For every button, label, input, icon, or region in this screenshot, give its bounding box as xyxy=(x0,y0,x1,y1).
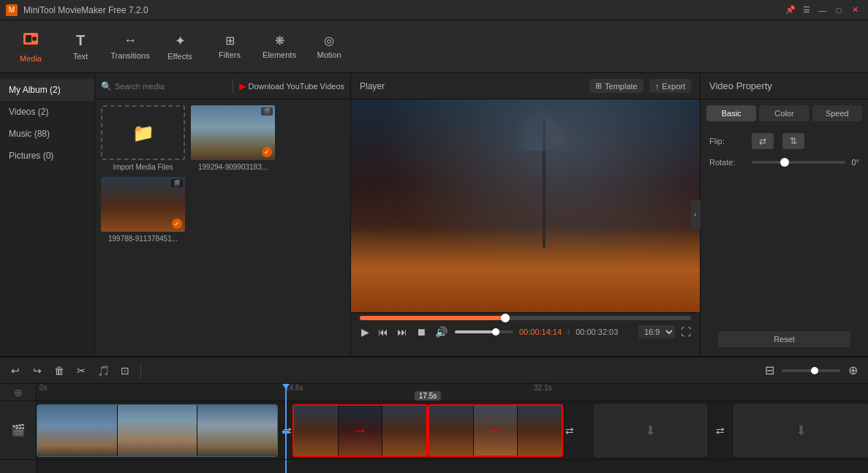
menu-button[interactable]: ☰ xyxy=(799,3,814,18)
rotate-slider[interactable] xyxy=(752,161,845,164)
zoom-slider[interactable] xyxy=(782,369,840,372)
zoom-control: ⊟ ⊕ xyxy=(760,361,862,380)
search-input[interactable] xyxy=(115,82,227,91)
rotate-value: 0° xyxy=(851,158,859,167)
toolbar-effects[interactable]: ✦ Effects xyxy=(155,25,205,69)
clip-resize-right[interactable]: ⇄ xyxy=(564,404,575,457)
video-badge2: 🎬 xyxy=(171,179,183,187)
time-separator: / xyxy=(567,328,570,336)
volume-thumb[interactable] xyxy=(492,328,499,336)
aspect-ratio-select[interactable]: 16:9 9:16 1:1 4:3 xyxy=(638,325,675,338)
main-toolbar: Media T Text ↔ Transitions ✦ Effects ⊞ F… xyxy=(0,20,868,73)
speed-clip[interactable]: → ← 17.5s xyxy=(293,404,563,457)
stop-button[interactable]: ⏹ xyxy=(415,325,428,339)
filters-icon: ⊞ xyxy=(225,34,235,48)
titlebar: M MiniTool MovieMaker Free 7.2.0 📌 ☰ — □… xyxy=(0,0,868,20)
redo-button[interactable]: ↪ xyxy=(28,361,47,380)
flip-row: Flip: ⇄ ⇅ xyxy=(709,133,859,149)
speed-label: 17.5s xyxy=(415,391,441,401)
tab-basic[interactable]: Basic xyxy=(706,105,756,121)
total-time: 00:00:32:03 xyxy=(575,328,618,336)
toolbar-media[interactable]: Media xyxy=(6,25,56,69)
progress-thumb[interactable] xyxy=(501,314,510,322)
right-panel: ‹ Video Property Basic Color Speed Flip:… xyxy=(700,73,868,356)
delete-button[interactable]: 🗑 xyxy=(50,361,69,380)
template-icon: ⊞ xyxy=(595,81,602,91)
add-media-icon[interactable]: ⊕ xyxy=(14,387,23,398)
rotate-thumb[interactable] xyxy=(780,158,789,167)
clip2-thumbnail: 🎬 ✓ xyxy=(101,177,185,232)
prev-button[interactable]: ⏮ xyxy=(377,325,390,339)
timeline-toolbar: ↩ ↪ 🗑 ✂ 🎵 ⊡ ⊟ ⊕ xyxy=(0,357,868,384)
toolbar-filters-label: Filters xyxy=(219,50,241,59)
import-media-item[interactable]: 📁 Import Media Files xyxy=(101,105,185,171)
download-youtube-button[interactable]: ▶ Download YouTube Videos xyxy=(239,81,345,91)
current-time: 00:00:14:14 xyxy=(519,328,562,336)
undo-button[interactable]: ↩ xyxy=(6,361,25,380)
app-icon: M xyxy=(6,4,18,16)
play-button[interactable]: ▶ xyxy=(360,325,371,339)
volume-bar[interactable] xyxy=(455,330,513,333)
audio-track-icon: ♪ xyxy=(0,460,36,473)
placeholder-clip-2: ⬇ xyxy=(733,404,868,457)
forward-arrow-icon: → xyxy=(352,421,369,440)
reset-button[interactable]: Reset xyxy=(718,331,850,347)
panel-expand-button[interactable]: ‹ xyxy=(690,200,701,230)
export-button[interactable]: ↑ Export xyxy=(649,79,691,93)
property-tabs: Basic Color Speed xyxy=(701,99,868,127)
player-section: Player ⊞ Template ↑ Export xyxy=(351,73,700,356)
audio-button[interactable]: 🎵 xyxy=(94,361,113,380)
player-title: Player xyxy=(360,81,589,91)
cut-button[interactable]: ✂ xyxy=(72,361,91,380)
minimize-button[interactable]: — xyxy=(815,3,830,18)
tab-color[interactable]: Color xyxy=(759,105,809,121)
zoom-thumb[interactable] xyxy=(811,367,818,374)
sidebar-item-pictures[interactable]: Pictures (0) xyxy=(0,145,94,167)
template-button[interactable]: ⊞ Template xyxy=(589,79,644,93)
media-grid: 📁 Import Media Files 🎬 ✓ 199294-90990318… xyxy=(95,99,350,249)
flip-label: Flip: xyxy=(709,137,746,145)
maximize-button[interactable]: □ xyxy=(831,3,846,18)
toolbar-text[interactable]: T Text xyxy=(56,25,105,69)
toolbar-motion[interactable]: ◎ Motion xyxy=(304,25,354,69)
timeline-ruler: 0s 14.6s 32.1s xyxy=(37,384,868,401)
timeline-area: ↩ ↪ 🗑 ✂ 🎵 ⊡ ⊟ ⊕ ⊕ 🎬 ♪ xyxy=(0,356,868,473)
media-item-clip1[interactable]: 🎬 ✓ 199294-909903183... xyxy=(191,105,275,171)
ruler-mark-0: 0s xyxy=(39,384,48,392)
progress-fill xyxy=(360,316,505,320)
sidebar-item-music[interactable]: Music (88) xyxy=(0,123,94,145)
toolbar-elements[interactable]: ❋ Elements xyxy=(254,25,304,69)
effects-icon: ✦ xyxy=(175,33,186,49)
timeline-content: ⊕ 🎬 ♪ 0s 14.6s 32.1s xyxy=(0,384,868,473)
fullscreen-button[interactable]: ⛶ xyxy=(681,326,691,338)
pin-button[interactable]: 📌 xyxy=(783,3,798,18)
toolbar-filters[interactable]: ⊞ Filters xyxy=(205,25,254,69)
placeholder-clip-1: ⬇ xyxy=(594,404,707,457)
next-button[interactable]: ⏭ xyxy=(396,325,409,339)
playhead-audio xyxy=(285,460,287,473)
volume-button[interactable]: 🔊 xyxy=(434,325,449,339)
playhead-marker xyxy=(282,431,290,434)
sidebar-item-videos[interactable]: Videos (2) xyxy=(0,101,94,123)
rotate-label: Rotate: xyxy=(709,158,746,167)
crop-button[interactable]: ⊡ xyxy=(116,361,135,380)
import-box[interactable]: 📁 xyxy=(101,105,185,160)
sidebar-item-myalbum[interactable]: My Album (2) xyxy=(0,79,94,101)
zoom-in-button[interactable]: ⊕ xyxy=(843,361,862,380)
media-item-clip2[interactable]: 🎬 ✓ 199788-911378451... xyxy=(101,177,185,243)
clip-landscape[interactable] xyxy=(37,404,278,457)
tab-speed[interactable]: Speed xyxy=(812,105,862,121)
toolbar-transitions[interactable]: ↔ Transitions xyxy=(105,25,155,69)
playhead-arrow xyxy=(282,384,290,390)
close-button[interactable]: ✕ xyxy=(848,3,862,18)
speed-clip-left: → xyxy=(293,404,428,457)
flip-horizontal-button[interactable]: ⇄ xyxy=(752,133,774,149)
playhead-ruler xyxy=(285,384,287,401)
transitions-icon: ↔ xyxy=(124,33,137,48)
progress-bar[interactable] xyxy=(360,316,691,320)
rotate-row: Rotate: 0° xyxy=(709,158,859,167)
zoom-out-button[interactable]: ⊟ xyxy=(760,361,779,380)
flip-vertical-button[interactable]: ⇅ xyxy=(782,133,804,149)
player-header: Player ⊞ Template ↑ Export xyxy=(351,73,700,99)
video-preview xyxy=(351,99,700,312)
